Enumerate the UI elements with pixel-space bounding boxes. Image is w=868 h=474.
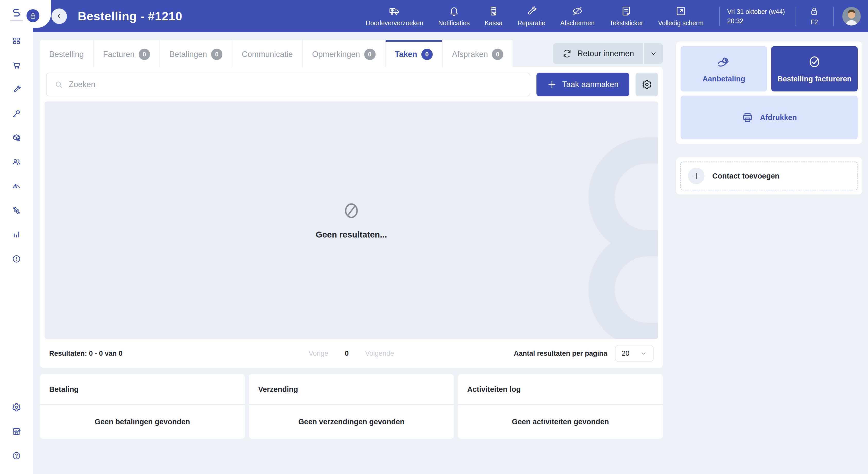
card-title: Activiteiten log bbox=[458, 374, 663, 405]
per-page-value: 20 bbox=[622, 350, 629, 358]
sidebar-item-meldingen[interactable] bbox=[8, 251, 25, 267]
wrench-icon bbox=[526, 5, 537, 17]
chevron-left-icon bbox=[56, 12, 63, 20]
header-action-notificaties[interactable]: Notificaties bbox=[438, 5, 469, 27]
sidebar-item-klanten[interactable] bbox=[8, 154, 25, 170]
activiteiten-log-card: Activiteiten log Geen activiteiten gevon… bbox=[458, 374, 663, 439]
header-divider bbox=[719, 7, 720, 26]
sidebar-item-verkoop[interactable] bbox=[8, 57, 25, 73]
lock-key-label: F2 bbox=[810, 18, 818, 26]
search-input[interactable] bbox=[69, 80, 522, 89]
contact-card: Contact toevoegen bbox=[676, 157, 862, 195]
sidebar-item-help[interactable] bbox=[8, 448, 25, 464]
bar-chart-icon bbox=[12, 230, 21, 239]
fullscreen-icon bbox=[675, 5, 686, 17]
plus-icon bbox=[547, 80, 557, 89]
alert-circle-icon bbox=[12, 254, 21, 264]
gear-icon bbox=[642, 79, 652, 90]
chevron-down-icon bbox=[650, 50, 657, 57]
tab-label: Opmerkingen bbox=[312, 50, 360, 59]
per-page-select[interactable]: 20 bbox=[615, 345, 654, 362]
add-contact-button[interactable]: Contact toevoegen bbox=[680, 161, 858, 190]
header-action-volledig-scherm[interactable]: Volledig scherm bbox=[658, 5, 704, 27]
sidebar-item-statistieken[interactable] bbox=[8, 227, 25, 243]
per-page-control: Aantal resultaten per pagina 20 bbox=[514, 345, 654, 362]
retour-innemen-label: Retour innemen bbox=[577, 49, 634, 58]
bestelling-factureren-button[interactable]: Bestelling factureren bbox=[771, 46, 858, 91]
tab-betalingen[interactable]: Betalingen0 bbox=[160, 40, 232, 67]
top-header: Bestelling - #1210 Doorleververzoeken No… bbox=[33, 0, 868, 32]
user-avatar[interactable] bbox=[842, 7, 861, 26]
header-action-bar: Doorleververzoeken Notificaties Kassa Re… bbox=[366, 5, 704, 27]
header-action-label: Volledig scherm bbox=[658, 19, 704, 27]
plus-icon bbox=[688, 168, 705, 184]
sidebar-item-fietsen[interactable] bbox=[8, 178, 25, 194]
order-actions-card: Aanbetaling Bestelling factureren Afdruk… bbox=[676, 41, 862, 144]
cart-icon bbox=[12, 61, 21, 70]
tab-bestelling[interactable]: Bestelling bbox=[40, 40, 93, 67]
tab-label: Communicatie bbox=[242, 50, 293, 59]
task-settings-button[interactable] bbox=[636, 72, 658, 96]
aanbetaling-button[interactable]: Aanbetaling bbox=[681, 46, 767, 91]
lock-screen-button[interactable]: F2 bbox=[803, 6, 826, 26]
bestelling-factureren-label: Bestelling factureren bbox=[777, 75, 851, 83]
retour-innemen-button[interactable]: Retour innemen bbox=[553, 43, 643, 64]
header-divider bbox=[795, 7, 796, 26]
header-action-afschermen[interactable]: Afschermen bbox=[560, 5, 595, 27]
afdrukken-button[interactable]: Afdrukken bbox=[681, 95, 858, 139]
tab-taken[interactable]: Taken0 bbox=[385, 40, 442, 67]
tab-opmerkingen[interactable]: Opmerkingen0 bbox=[303, 40, 384, 67]
task-toolbar: Taak aanmaken bbox=[40, 67, 663, 101]
task-results-area: Geen resultaten... bbox=[44, 101, 658, 339]
tab-afspraken[interactable]: Afspraken0 bbox=[443, 40, 513, 67]
bell-icon bbox=[448, 5, 460, 17]
wrench-icon bbox=[12, 85, 21, 94]
date-text: Vri 31 oktober (w44) bbox=[727, 8, 788, 16]
order-actions-sidebar: Aanbetaling Bestelling factureren Afdruk… bbox=[676, 41, 862, 195]
current-page-number: 0 bbox=[345, 350, 348, 358]
previous-page-button[interactable]: Vorige bbox=[309, 350, 329, 358]
tab-facturen[interactable]: Facturen0 bbox=[94, 40, 159, 67]
sidebar-item-voorraad[interactable] bbox=[8, 130, 25, 146]
check-circle-icon bbox=[807, 55, 822, 69]
header-action-tekststicker[interactable]: Tekststicker bbox=[610, 5, 643, 27]
card-empty-text: Geen activiteiten gevonden bbox=[458, 405, 663, 439]
header-action-kassa[interactable]: Kassa bbox=[485, 5, 502, 27]
header-action-reparatie[interactable]: Reparatie bbox=[518, 5, 545, 27]
header-action-doorleververzoeken[interactable]: Doorleververzoeken bbox=[366, 5, 424, 27]
sidebar-item-dashboard[interactable] bbox=[8, 33, 25, 49]
next-page-button[interactable]: Volgende bbox=[365, 350, 394, 358]
pagination-bar: Resultaten: 0 - 0 van 0 Vorige 0 Volgend… bbox=[40, 339, 663, 368]
retour-innemen-split-button: Retour innemen bbox=[553, 43, 663, 64]
sidebar-item-verhuur[interactable] bbox=[8, 106, 25, 122]
tab-label: Bestelling bbox=[49, 50, 84, 59]
card-title: Verzending bbox=[249, 374, 454, 405]
help-icon bbox=[12, 451, 21, 461]
page-title: Bestelling - #1210 bbox=[78, 9, 182, 23]
sidebar-item-reparaties[interactable] bbox=[8, 81, 25, 97]
truck-icon bbox=[389, 5, 400, 17]
grid-icon bbox=[12, 36, 21, 46]
tab-label: Afspraken bbox=[452, 50, 488, 59]
chevron-down-icon bbox=[640, 350, 647, 357]
printer-icon bbox=[741, 111, 754, 124]
tab-count-badge: 0 bbox=[139, 49, 150, 60]
create-task-button[interactable]: Taak aanmaken bbox=[536, 72, 629, 96]
back-button[interactable] bbox=[52, 8, 67, 24]
tab-count-badge: 0 bbox=[492, 49, 503, 60]
lock-badge[interactable] bbox=[25, 8, 41, 24]
tab-communicatie[interactable]: Communicatie bbox=[232, 40, 302, 67]
search-icon bbox=[54, 80, 63, 89]
verzending-card: Verzending Geen verzendingen gevonden bbox=[249, 374, 454, 439]
main-sidebar bbox=[0, 0, 33, 474]
header-action-label: Doorleververzoeken bbox=[366, 19, 424, 27]
sidebar-item-instellingen[interactable] bbox=[8, 399, 25, 415]
tab-count-badge: 0 bbox=[422, 49, 433, 60]
lock-icon bbox=[809, 6, 819, 16]
tab-count-badge: 0 bbox=[211, 49, 222, 60]
app-logo[interactable] bbox=[10, 0, 23, 29]
sidebar-item-doorleveren[interactable] bbox=[8, 203, 25, 218]
sidebar-item-winkel[interactable] bbox=[8, 423, 25, 440]
refresh-icon bbox=[562, 49, 572, 58]
retour-innemen-dropdown[interactable] bbox=[643, 43, 663, 64]
